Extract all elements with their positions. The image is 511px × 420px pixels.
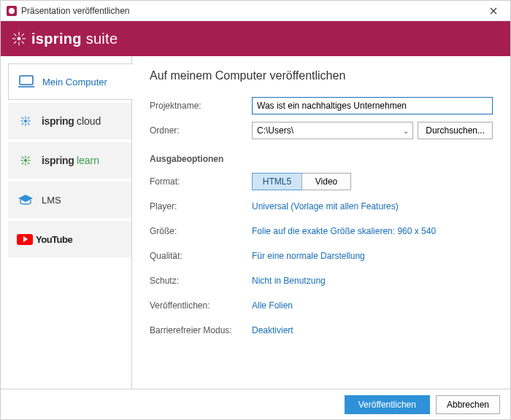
svg-line-9 <box>14 42 16 44</box>
svg-line-18 <box>28 123 30 125</box>
burst-icon <box>17 153 34 168</box>
burst-icon <box>17 114 34 128</box>
format-label: Format: <box>150 176 252 187</box>
project-name-input[interactable] <box>252 97 493 114</box>
graduation-cap-icon <box>17 192 34 207</box>
window-title: Präsentation veröffentlichen <box>21 6 483 16</box>
player-label: Player: <box>150 201 252 211</box>
output-section-heading: Ausgabeoptionen <box>150 154 493 164</box>
svg-point-1 <box>18 37 20 40</box>
browse-button[interactable]: Durchsuchen... <box>418 122 493 139</box>
cancel-button[interactable]: Abbrechen <box>436 395 500 414</box>
sidebar-item-label: LMS <box>42 195 61 206</box>
svg-line-27 <box>28 163 30 165</box>
svg-line-26 <box>22 157 24 159</box>
svg-point-0 <box>9 8 15 14</box>
project-name-label: Projektname: <box>150 101 252 111</box>
folder-label: Ordner: <box>150 125 252 136</box>
burst-icon <box>11 31 27 47</box>
folder-input[interactable] <box>252 122 413 139</box>
youtube-icon: YouTube <box>17 234 72 245</box>
publish-button[interactable]: Veröffentlichen <box>345 395 430 414</box>
svg-rect-10 <box>20 76 33 85</box>
sidebar-item-label: ispring cloud <box>42 115 101 127</box>
protection-label: Schutz: <box>150 276 252 286</box>
sidebar-item-ispring-learn[interactable]: ispring learn <box>8 142 132 179</box>
title-bar: Präsentation veröffentlichen <box>1 1 510 21</box>
svg-line-6 <box>14 34 16 36</box>
a11y-label: Barrierefreier Modus: <box>150 325 252 335</box>
sidebar: Mein Computer ispring cloud ispring lear… <box>1 56 132 389</box>
brand-logo: ispring suite <box>11 31 118 47</box>
publish-link[interactable]: Alle Folien <box>252 300 293 311</box>
app-icon <box>7 6 17 16</box>
svg-line-17 <box>22 117 24 120</box>
sidebar-item-label: ispring learn <box>42 155 99 166</box>
quality-label: Qualität: <box>150 251 252 261</box>
page-title: Auf meinem Computer veröffentlichen <box>150 69 493 82</box>
svg-line-28 <box>28 157 30 159</box>
svg-line-19 <box>28 117 30 120</box>
content-area: Mein Computer ispring cloud ispring lear… <box>1 56 510 389</box>
sidebar-item-lms[interactable]: LMS <box>8 182 132 218</box>
sidebar-item-my-computer[interactable]: Mein Computer <box>8 63 133 100</box>
size-link[interactable]: Folie auf die exakte Größe skalieren: 96… <box>252 226 436 236</box>
svg-line-8 <box>22 34 24 36</box>
format-segmented: HTML5 Video <box>252 173 351 190</box>
format-html5-button[interactable]: HTML5 <box>252 173 301 190</box>
brand-bar: ispring suite <box>1 21 510 56</box>
close-button[interactable] <box>483 1 504 21</box>
sidebar-item-ispring-cloud[interactable]: ispring cloud <box>8 103 132 139</box>
quality-link[interactable]: Für eine normale Darstellung <box>252 251 365 261</box>
format-video-button[interactable]: Video <box>301 173 351 190</box>
sidebar-item-youtube[interactable]: YouTube <box>8 221 132 257</box>
player-link[interactable]: Universal (Vorlage mit allen Features) <box>252 201 399 211</box>
svg-line-29 <box>22 163 24 165</box>
protection-link[interactable]: Nicht in Benutzung <box>252 276 326 286</box>
a11y-link[interactable]: Deaktiviert <box>252 325 293 335</box>
sidebar-item-label: Mein Computer <box>42 77 107 88</box>
svg-point-21 <box>25 160 27 162</box>
computer-icon <box>18 74 35 89</box>
footer: Veröffentlichen Abbrechen <box>1 389 510 419</box>
svg-line-20 <box>22 123 24 125</box>
size-label: Größe: <box>150 226 252 236</box>
main-panel: Auf meinem Computer veröffentlichen Proj… <box>131 56 510 389</box>
publish-label: Veröffentlichen: <box>150 300 252 311</box>
svg-line-7 <box>22 42 24 44</box>
svg-point-12 <box>25 120 27 122</box>
brand-text: ispring suite <box>31 31 118 47</box>
